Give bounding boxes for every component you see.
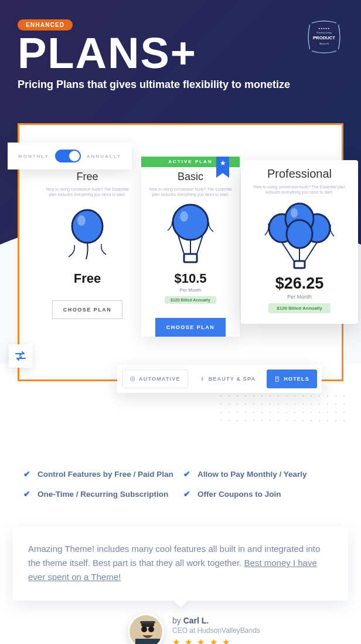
svg-text:Directory Listing: Directory Listing <box>316 32 331 34</box>
svg-text:★★★★★: ★★★★★ <box>318 27 330 30</box>
feature-item: ✔ Control Features by Free / Paid Plan <box>23 469 178 479</box>
plan-free-name: Free <box>44 171 131 183</box>
plan-basic: ACTIVE PLAN ★ Basic New to using convers… <box>141 164 240 337</box>
hot-air-balloon-icon <box>147 199 234 270</box>
toggle-annually-label: ANNUALLY <box>87 154 121 159</box>
feature-item: ✔ Offer Coupons to Join <box>183 489 338 499</box>
svg-point-16 <box>287 220 312 248</box>
spa-icon <box>199 376 205 382</box>
product-badge: ★★★★★ Directory Listing PRODUCT Market F… <box>304 16 345 57</box>
check-icon: ✔ <box>23 489 30 499</box>
plan-pro-price: $26.25 <box>247 274 352 293</box>
page-title: PLANS+ <box>18 32 343 75</box>
svg-rect-12 <box>184 254 197 262</box>
category-tab-hotels[interactable]: HOTELS <box>267 370 317 388</box>
feature-item: ✔ Allow to Pay Monthly / Yearly <box>183 469 338 479</box>
feature-text: Allow to Pay Monthly / Yearly <box>197 470 307 479</box>
plan-basic-cta[interactable]: CHOOSE PLAN <box>155 318 226 337</box>
author-name: by Carl L. <box>172 616 260 625</box>
svg-rect-34 <box>135 639 160 644</box>
feature-text: Offer Coupons to Join <box>197 490 281 499</box>
category-beauty-label: BEAUTY & SPA <box>209 376 256 382</box>
category-tab-automative[interactable]: AUTOMATIVE <box>122 370 188 388</box>
svg-text:Market Fit: Market Fit <box>319 43 329 45</box>
svg-point-33 <box>148 626 154 632</box>
plan-pro-period: Per Month <box>247 294 352 300</box>
balloons-cluster-icon <box>247 197 352 273</box>
plans-frame: MONTHLY ANNUALLY Free New to using conve… <box>18 123 343 381</box>
svg-rect-25 <box>276 377 279 382</box>
toggle-monthly-label: MONTHLY <box>18 154 49 159</box>
plan-basic-desc: New to using conversion tools? The Essen… <box>147 187 234 197</box>
dot-pattern <box>217 392 352 427</box>
testimonial-card: Amazing Theme! includes many cool featur… <box>13 527 348 601</box>
balloon-icon <box>44 199 131 270</box>
feature-text: One-Time / Recurring Subscription <box>38 490 168 499</box>
svg-point-5 <box>77 215 86 226</box>
plan-pro-name: Professional <box>247 167 352 181</box>
plan-basic-price: $10.5 <box>147 271 234 286</box>
svg-point-7 <box>173 205 208 240</box>
plans-row: Free New to using conversion tools? The … <box>38 164 240 337</box>
plan-pro-desc: New to using conversion tools? The Essen… <box>247 184 352 195</box>
billing-toggle-switch[interactable] <box>55 150 81 162</box>
category-hotels-label: HOTELS <box>284 376 309 382</box>
check-icon: ✔ <box>183 489 190 499</box>
svg-rect-31 <box>140 621 155 623</box>
svg-text:★: ★ <box>220 159 226 167</box>
plan-free-cta[interactable]: CHOOSE PLAN <box>52 300 122 319</box>
gear-icon <box>130 376 135 382</box>
plan-pro-billed: $120 Billed Annually <box>268 303 331 313</box>
svg-text:$: $ <box>19 353 22 359</box>
svg-point-17 <box>291 208 298 218</box>
star-rating: ★ ★ ★ ★ ★ <box>172 637 260 644</box>
testimonial-author: by Carl L. CEO at HudsonValleyBands ★ ★ … <box>128 614 348 644</box>
check-icon: ✔ <box>23 469 30 479</box>
category-tabs: AUTOMATIVE BEAUTY & SPA HOTELS <box>117 365 322 393</box>
svg-rect-21 <box>294 261 305 268</box>
check-icon: ✔ <box>183 469 190 479</box>
plan-free-price: Free <box>44 271 131 286</box>
category-automative-label: AUTOMATIVE <box>139 376 180 382</box>
feature-text: Control Features by Free / Paid Plan <box>38 470 173 479</box>
billing-toggle-card: MONTHLY ANNUALLY <box>8 143 132 170</box>
svg-point-32 <box>141 626 147 632</box>
hero-section: ENHANCED ★★★★★ Directory Listing PRODUCT… <box>0 0 361 258</box>
plan-professional: Professional New to using conversion too… <box>241 160 358 324</box>
feature-item: ✔ One-Time / Recurring Subscription <box>23 489 178 499</box>
svg-point-4 <box>72 210 103 243</box>
plan-free: Free New to using conversion tools? The … <box>38 164 137 337</box>
testimonial-text: Amazing Theme! includes many cool featur… <box>28 542 333 584</box>
author-info: by Carl L. CEO at HudsonValleyBands ★ ★ … <box>172 616 260 644</box>
building-icon <box>274 376 280 382</box>
svg-text:PRODUCT: PRODUCT <box>313 35 335 40</box>
feature-list: ✔ Control Features by Free / Paid Plan ✔… <box>0 434 361 510</box>
svg-point-24 <box>132 378 134 380</box>
plan-basic-period: Per Month <box>147 287 234 293</box>
plan-basic-billed: $120 Billed Annually <box>165 296 216 304</box>
ribbon-flag-icon: ★ <box>216 157 229 178</box>
avatar <box>128 614 164 644</box>
testimonial: Amazing Theme! includes many cool featur… <box>13 527 348 644</box>
svg-point-23 <box>130 377 135 381</box>
author-role: CEO at HudsonValleyBands <box>172 626 260 635</box>
recurring-icon: $ <box>9 344 32 368</box>
svg-point-8 <box>180 211 188 222</box>
plan-free-desc: New to using conversion tools? The Essen… <box>44 187 131 197</box>
category-tab-beauty[interactable]: BEAUTY & SPA <box>192 370 264 388</box>
page-subtitle: Pricing Plans that gives ultimate flexib… <box>18 79 343 91</box>
